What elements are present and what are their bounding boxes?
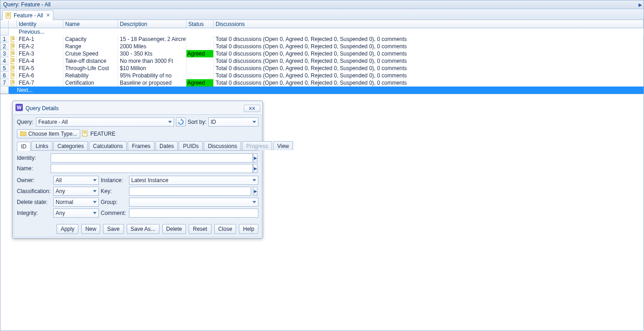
- owner-label: Owner:: [17, 177, 52, 183]
- svg-rect-24: [12, 61, 15, 62]
- row-icon: [9, 50, 17, 57]
- tab-dates[interactable]: Dates: [155, 141, 178, 150]
- key-expand[interactable]: ▶: [253, 187, 258, 196]
- dialog-title: Query Details: [26, 105, 59, 112]
- svg-rect-48: [83, 131, 86, 132]
- delete-button[interactable]: Delete: [162, 224, 186, 234]
- cell-status: [186, 65, 214, 72]
- instance-select[interactable]: Latest Instance: [129, 176, 258, 185]
- cell-name: Range: [63, 43, 118, 50]
- close-tab-icon[interactable]: ✕: [46, 12, 50, 18]
- cell-identity: FEA-5: [17, 65, 63, 72]
- svg-rect-6: [12, 37, 15, 37]
- main-window: Query: Feature - All ▶ Feature - All ✕ I…: [0, 0, 644, 331]
- identity-expand[interactable]: ▶: [253, 153, 258, 163]
- feature-type-label: FEATURE: [90, 131, 115, 137]
- cell-identity: FEA-7: [17, 79, 63, 87]
- cell-status: [186, 57, 214, 65]
- svg-rect-38: [12, 82, 15, 83]
- dialog-titlebar[interactable]: W Query Details: [14, 102, 262, 114]
- svg-rect-4: [7, 16, 10, 16]
- row-icon: [9, 79, 17, 87]
- dialog-tabs: IDLinksCategoriesCalculationsFramesDates…: [16, 141, 259, 151]
- svg-rect-18: [12, 53, 15, 54]
- svg-rect-36: [12, 81, 15, 81]
- tab-view[interactable]: View: [273, 141, 293, 150]
- choose-item-type-button[interactable]: Choose Item Type...: [17, 129, 80, 138]
- delete-state-select[interactable]: Normal: [53, 198, 99, 207]
- help-button[interactable]: Help: [239, 224, 258, 234]
- grid-header: Identity Name Description Status Discuss…: [0, 20, 644, 28]
- new-button[interactable]: New: [81, 224, 100, 234]
- header-description[interactable]: Description: [118, 20, 186, 28]
- tab-feature-all[interactable]: Feature - All ✕: [2, 10, 53, 20]
- svg-rect-50: [83, 133, 86, 133]
- save-button[interactable]: Save: [103, 224, 124, 234]
- cell-description: 15 - 18 Passenger, 2 Aircrew: [118, 36, 186, 43]
- group-select[interactable]: [129, 198, 258, 207]
- instance-label: Instance:: [101, 177, 127, 183]
- app-icon: W: [15, 104, 23, 112]
- dialog-close-button[interactable]: [244, 105, 260, 112]
- header-discussions[interactable]: Discussions: [214, 20, 644, 28]
- reset-button[interactable]: Reset: [189, 224, 211, 234]
- svg-rect-9: [12, 40, 15, 40]
- cell-identity: FEA-4: [17, 57, 63, 65]
- header-rownum: [0, 20, 9, 28]
- svg-rect-12: [12, 45, 15, 46]
- cell-discussions: Total 0 discussions (Open 0, Agreed 0, R…: [214, 50, 644, 57]
- cell-discussions: Total 0 discussions (Open 0, Agreed 0, R…: [214, 72, 644, 79]
- name-input[interactable]: [51, 164, 253, 173]
- tab-categories[interactable]: Categories: [53, 141, 88, 150]
- header-identity[interactable]: Identity: [17, 20, 63, 28]
- document-icon: [5, 12, 12, 19]
- header-status[interactable]: Status: [186, 20, 214, 28]
- svg-rect-13: [12, 46, 15, 46]
- identity-input[interactable]: [51, 153, 253, 163]
- cell-description: Baseline or proposed: [118, 79, 186, 87]
- save-as-button[interactable]: Save As...: [127, 224, 160, 234]
- delete-state-label: Delete state:: [17, 199, 52, 205]
- cell-identity: FEA-6: [17, 72, 63, 79]
- key-input[interactable]: [129, 187, 251, 196]
- table-row[interactable]: 2FEA-2Range2000 MilesTotal 0 discussions…: [0, 43, 644, 50]
- scroll-right-icon[interactable]: ▶: [639, 2, 642, 7]
- svg-rect-19: [12, 54, 15, 55]
- name-expand[interactable]: ▶: [253, 164, 258, 173]
- query-select[interactable]: Feature - All: [36, 117, 174, 127]
- tab-links[interactable]: Links: [31, 141, 52, 150]
- comment-input[interactable]: [129, 209, 258, 218]
- table-row[interactable]: 6FEA-6Reliability95% Probability of noTo…: [0, 72, 644, 79]
- key-label: Key:: [101, 188, 127, 194]
- cell-discussions: Total 0 discussions (Open 0, Agreed 0, R…: [214, 79, 644, 87]
- svg-rect-16: [12, 51, 15, 52]
- close-button[interactable]: Close: [214, 224, 237, 234]
- table-row[interactable]: 1FEA-1Capacity15 - 18 Passenger, 2 Aircr…: [0, 36, 644, 43]
- table-row[interactable]: 3FEA-3Cruise Speed300 - 350 KtsAgreedTot…: [0, 50, 644, 57]
- svg-text:W: W: [17, 105, 22, 110]
- tab-puids[interactable]: PUIDs: [179, 141, 203, 150]
- name-label: Name:: [17, 165, 51, 172]
- table-row[interactable]: 7FEA-7CertificationBaseline or proposedA…: [0, 79, 644, 87]
- apply-button[interactable]: Apply: [57, 224, 78, 234]
- table-row[interactable]: 5FEA-5Through-Life Cost$10 MillionTotal …: [0, 65, 644, 72]
- cell-identity: FEA-3: [17, 50, 63, 57]
- tab-calculations[interactable]: Calculations: [89, 141, 127, 150]
- grid-previous-link[interactable]: Previous...: [0, 28, 644, 36]
- tab-frames[interactable]: Frames: [128, 141, 155, 150]
- tab-id[interactable]: ID: [17, 142, 31, 151]
- cell-identity: FEA-1: [17, 36, 63, 43]
- header-name[interactable]: Name: [63, 20, 118, 28]
- table-row[interactable]: 4FEA-4Take-off distanceNo more than 3000…: [0, 57, 644, 65]
- integrity-select[interactable]: Any: [53, 209, 99, 218]
- row-number: 3: [0, 50, 9, 57]
- refresh-button[interactable]: [176, 117, 186, 127]
- sort-select[interactable]: ID: [208, 117, 258, 127]
- svg-rect-39: [12, 83, 15, 84]
- dialog-body: Query: Feature - All Sort by: ID Choose …: [14, 114, 262, 237]
- tab-discussions[interactable]: Discussions: [204, 141, 241, 150]
- classification-select[interactable]: Any: [53, 187, 99, 196]
- grid-next-link[interactable]: Next...: [0, 87, 644, 94]
- owner-select[interactable]: All: [53, 176, 99, 185]
- svg-rect-29: [12, 69, 15, 69]
